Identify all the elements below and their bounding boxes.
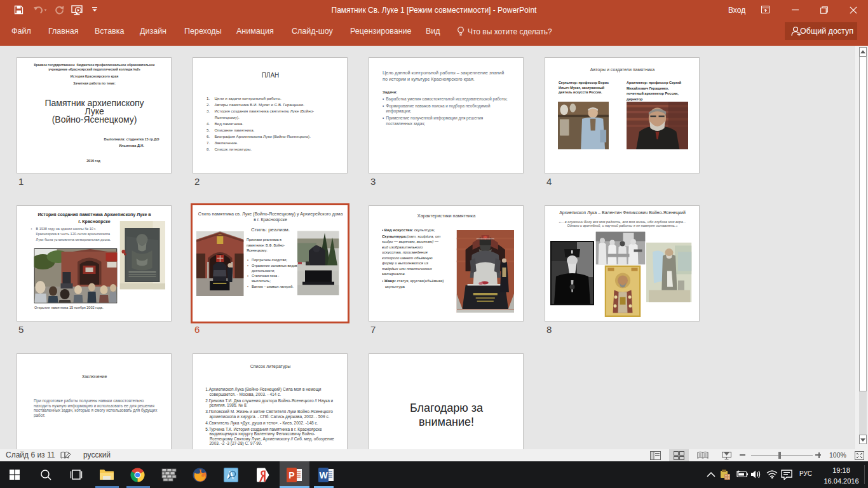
svg-text:P: P [288, 470, 294, 480]
svg-text:W: W [319, 470, 328, 480]
